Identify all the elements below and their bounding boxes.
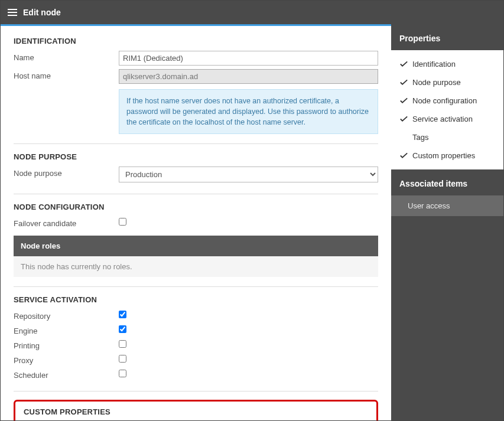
sidebar-item-identification[interactable]: Identification (391, 55, 503, 73)
properties-heading: Properties (391, 24, 503, 50)
custom-properties-heading: CUSTOM PROPERTIES (24, 407, 368, 416)
service-label: Engine (14, 324, 119, 335)
divider (14, 391, 378, 391)
hostname-input (119, 69, 378, 84)
service-activation-heading: SERVICE ACTIVATION (14, 295, 378, 304)
sidebar: Properties IdentificationNode purposeNod… (391, 24, 503, 420)
node-purpose-select[interactable]: Production (119, 167, 378, 182)
check-icon (399, 79, 408, 86)
service-label: Proxy (14, 354, 119, 365)
sidebar-item-custom-properties[interactable]: Custom properties (391, 146, 503, 165)
node-purpose-label: Node purpose (14, 167, 119, 178)
sidebar-item-label: Node configuration (412, 96, 477, 105)
check-icon (399, 152, 408, 159)
divider (14, 143, 378, 144)
node-config-heading: NODE CONFIGURATION (14, 203, 378, 211)
divider (14, 286, 378, 287)
identification-heading: IDENTIFICATION (14, 37, 378, 45)
service-label: Printing (14, 339, 119, 350)
service-checkbox-printing[interactable] (119, 340, 126, 348)
service-checkbox-scheduler[interactable] (119, 370, 126, 377)
hostname-info-box: If the host name server does not have an… (119, 89, 378, 134)
node-roles-heading: Node roles (14, 236, 378, 256)
hostname-label: Host name (14, 69, 119, 80)
failover-checkbox[interactable] (119, 218, 126, 226)
sidebar-item-service-activation[interactable]: Service activation (391, 110, 503, 128)
sidebar-item-label: User access (408, 201, 450, 210)
topbar: Edit node (1, 1, 503, 24)
service-checkbox-engine[interactable] (119, 325, 126, 333)
menu-icon[interactable] (8, 9, 17, 16)
associated-items-heading: Associated items (391, 169, 503, 195)
page-title: Edit node (23, 8, 61, 17)
service-checkbox-proxy[interactable] (119, 355, 126, 363)
service-label: Scheduler (14, 368, 119, 380)
sidebar-item-user-access[interactable]: User access (391, 195, 503, 216)
sidebar-item-node-purpose[interactable]: Node purpose (391, 73, 503, 92)
sidebar-item-label: Custom properties (412, 151, 475, 160)
check-icon (399, 61, 408, 67)
sidebar-item-tags[interactable]: Tags (391, 128, 503, 146)
main-column: IDENTIFICATION Name Host name If the hos… (1, 24, 391, 420)
name-input[interactable] (119, 51, 378, 66)
sidebar-item-label: Node purpose (412, 78, 461, 87)
check-icon (399, 116, 408, 122)
check-icon (399, 97, 408, 104)
custom-properties-highlight: CUSTOM PROPERTIES NodeType Dedicated (1) (14, 400, 378, 420)
failover-label: Failover candidate (14, 217, 119, 228)
sidebar-item-node-configuration[interactable]: Node configuration (391, 92, 503, 110)
name-label: Name (14, 51, 119, 62)
service-label: Repository (14, 309, 119, 321)
node-roles-empty-text: This node has currently no roles. (14, 256, 378, 277)
divider (14, 194, 378, 194)
sidebar-item-label: Tags (412, 133, 428, 142)
sidebar-item-label: Identification (412, 60, 456, 68)
service-checkbox-repository[interactable] (119, 311, 126, 318)
node-purpose-heading: NODE PURPOSE (14, 152, 378, 161)
sidebar-item-label: Service activation (412, 115, 473, 123)
